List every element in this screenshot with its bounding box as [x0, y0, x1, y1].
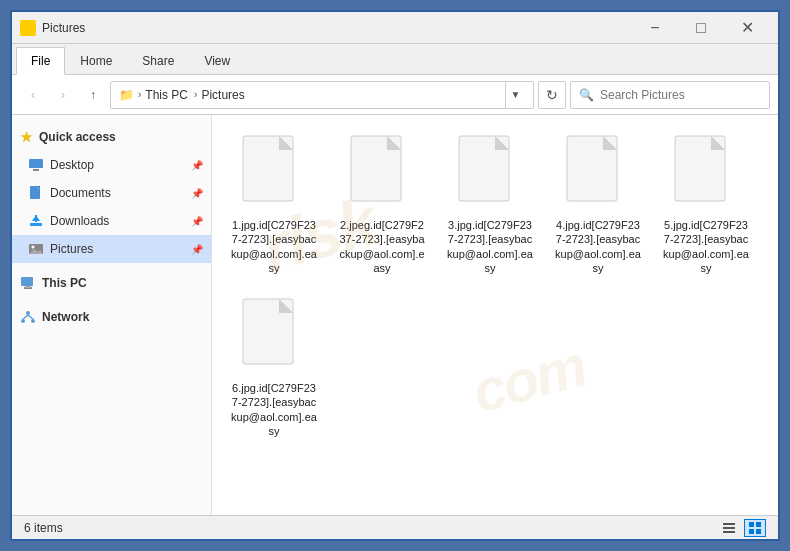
svg-point-19	[21, 319, 25, 323]
file-name-5: 5.jpg.id[C279F237-2723].[easybackup@aol.…	[663, 218, 749, 275]
sidebar-downloads-label: Downloads	[50, 214, 109, 228]
sidebar-item-pictures[interactable]: Pictures 📌	[12, 235, 211, 263]
star-icon: ★	[20, 129, 33, 145]
back-button[interactable]: ‹	[20, 82, 46, 108]
file-icon-3	[455, 134, 525, 214]
file-item-6[interactable]: 6.jpg.id[C279F237-2723].[easybackup@aol.…	[224, 290, 324, 445]
ribbon: File Home Share View	[12, 44, 778, 75]
downloads-icon	[28, 213, 44, 229]
item-count: 6 items	[24, 521, 63, 535]
path-thispc: This PC	[145, 88, 188, 102]
file-icon-4	[563, 134, 633, 214]
svg-rect-46	[749, 529, 754, 534]
file-name-1: 1.jpg.id[C279F237-2723].[easybackup@aol.…	[231, 218, 317, 275]
watermark-2: com	[465, 331, 592, 425]
path-pictures: Pictures	[201, 88, 244, 102]
file-icon-6	[239, 297, 309, 377]
sidebar-quick-access: ★ Quick access	[12, 123, 211, 151]
svg-rect-42	[723, 527, 735, 529]
desktop-icon	[28, 157, 44, 173]
sidebar-item-desktop[interactable]: Desktop 📌	[12, 151, 211, 179]
address-path-start: 📁	[119, 88, 134, 102]
search-input[interactable]	[600, 88, 761, 102]
file-item-4[interactable]: 4.jpg.id[C279F237-2723].[easybackup@aol.…	[548, 127, 648, 282]
forward-button[interactable]: ›	[50, 82, 76, 108]
path-separator-1: ›	[138, 89, 141, 100]
tab-view[interactable]: View	[189, 46, 245, 74]
close-button[interactable]: ✕	[724, 12, 770, 44]
file-item-1[interactable]: 1.jpg.id[C279F237-2723].[easybackup@aol.…	[224, 127, 324, 282]
pin-icon-downloads: 📌	[191, 216, 203, 227]
svg-rect-17	[25, 286, 31, 288]
search-icon: 🔍	[579, 88, 594, 102]
svg-rect-5	[33, 169, 39, 171]
sidebar-item-downloads[interactable]: Downloads 📌	[12, 207, 211, 235]
svg-rect-3	[29, 29, 33, 33]
svg-rect-4	[29, 159, 43, 168]
status-bar: 6 items	[12, 515, 778, 539]
svg-rect-41	[723, 523, 735, 525]
this-pc-icon	[20, 275, 36, 291]
tab-home[interactable]: Home	[65, 46, 127, 74]
grid-view-button[interactable]	[744, 519, 766, 537]
maximize-button[interactable]: □	[678, 12, 724, 44]
network-label: Network	[42, 310, 89, 324]
sidebar-this-pc[interactable]: This PC	[12, 269, 211, 297]
svg-point-13	[32, 246, 35, 249]
file-icon-2	[347, 134, 417, 214]
address-dropdown[interactable]: ▼	[505, 81, 525, 109]
tab-file[interactable]: File	[16, 47, 65, 75]
svg-rect-11	[35, 215, 37, 222]
sidebar-network[interactable]: Network	[12, 303, 211, 331]
svg-point-20	[31, 319, 35, 323]
pictures-icon	[28, 241, 44, 257]
ribbon-tabs: File Home Share View	[12, 44, 778, 74]
explorer-window: Pictures − □ ✕ File Home Share View ‹ › …	[10, 10, 780, 541]
network-icon	[20, 309, 36, 325]
file-name-3: 3.jpg.id[C279F237-2723].[easybackup@aol.…	[447, 218, 533, 275]
sidebar-item-documents[interactable]: Documents 📌	[12, 179, 211, 207]
svg-rect-0	[23, 23, 27, 27]
svg-rect-9	[30, 223, 42, 226]
svg-line-21	[23, 315, 28, 319]
search-box[interactable]: 🔍	[570, 81, 770, 109]
up-button[interactable]: ↑	[80, 82, 106, 108]
address-bar: ‹ › ↑ 📁 › This PC › Pictures ▼ ↻ 🔍	[12, 75, 778, 115]
this-pc-label: This PC	[42, 276, 87, 290]
sidebar: ★ Quick access Desktop 📌	[12, 115, 212, 515]
svg-rect-44	[749, 522, 754, 527]
file-icon-5	[671, 134, 741, 214]
svg-point-18	[26, 311, 30, 315]
refresh-button[interactable]: ↻	[538, 81, 566, 109]
pin-icon-desktop: 📌	[191, 160, 203, 171]
minimize-button[interactable]: −	[632, 12, 678, 44]
pin-icon-documents: 📌	[191, 188, 203, 199]
main-content: ★ Quick access Desktop 📌	[12, 115, 778, 515]
sidebar-documents-label: Documents	[50, 186, 111, 200]
svg-rect-45	[756, 522, 761, 527]
file-icon-1	[239, 134, 309, 214]
pin-icon-pictures: 📌	[191, 244, 203, 255]
svg-rect-47	[756, 529, 761, 534]
file-item-5[interactable]: 5.jpg.id[C279F237-2723].[easybackup@aol.…	[656, 127, 756, 282]
svg-rect-15	[21, 277, 33, 286]
svg-rect-43	[723, 531, 735, 533]
svg-rect-2	[23, 29, 27, 33]
quick-access-label: Quick access	[39, 130, 116, 144]
window-icon	[20, 20, 36, 36]
address-box[interactable]: 📁 › This PC › Pictures ▼	[110, 81, 534, 109]
list-view-button[interactable]	[718, 519, 740, 537]
file-item-3[interactable]: 3.jpg.id[C279F237-2723].[easybackup@aol.…	[440, 127, 540, 282]
sidebar-desktop-label: Desktop	[50, 158, 94, 172]
file-name-2: 2.jpeg.id[C279F237-2723].[easybackup@aol…	[339, 218, 425, 275]
sidebar-pictures-label: Pictures	[50, 242, 93, 256]
svg-line-22	[28, 315, 33, 319]
file-item-2[interactable]: 2.jpeg.id[C279F237-2723].[easybackup@aol…	[332, 127, 432, 282]
svg-rect-1	[29, 23, 33, 27]
path-separator-2: ›	[194, 89, 197, 100]
window-title: Pictures	[42, 21, 632, 35]
file-name-6: 6.jpg.id[C279F237-2723].[easybackup@aol.…	[231, 381, 317, 438]
tab-share[interactable]: Share	[127, 46, 189, 74]
view-buttons	[718, 519, 766, 537]
file-name-4: 4.jpg.id[C279F237-2723].[easybackup@aol.…	[555, 218, 641, 275]
